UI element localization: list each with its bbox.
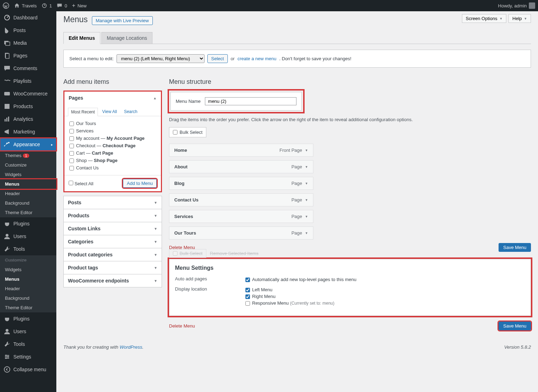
tab-edit-menus[interactable]: Edit Menus	[63, 32, 100, 44]
select-all[interactable]: Select All	[69, 181, 93, 186]
auto-add-checkbox[interactable]	[245, 278, 250, 282]
page-checkbox[interactable]	[69, 136, 74, 141]
select-all-checkbox[interactable]	[69, 181, 73, 185]
loc-left-checkbox[interactable]	[245, 288, 250, 292]
menu-item[interactable]: Contact UsPage▼	[169, 193, 313, 206]
dup-nav-tools[interactable]: Tools	[0, 338, 56, 350]
nav-products[interactable]: Products	[0, 100, 56, 113]
page-item[interactable]: Shop — Shop Page	[69, 157, 156, 164]
wordpress-link[interactable]: WordPress	[120, 344, 142, 350]
page-item[interactable]: Cart — Cart Page	[69, 149, 156, 157]
new-content[interactable]: +New	[72, 2, 87, 9]
dup-theme-editor[interactable]: Theme Editor	[0, 303, 56, 312]
save-menu-button[interactable]: Save Menu	[499, 243, 531, 252]
panel-product-tags[interactable]: Product tags▼	[64, 261, 162, 274]
howdy[interactable]: Howdy, admin	[498, 2, 535, 9]
nav-media[interactable]: Media	[0, 37, 56, 49]
nav-users[interactable]: Users	[0, 230, 56, 243]
nav-posts[interactable]: Posts	[0, 24, 56, 37]
dup-nav-users[interactable]: Users	[0, 325, 56, 338]
menu-item[interactable]: BlogPage▼	[169, 177, 313, 190]
dup-header[interactable]: Header	[0, 284, 56, 293]
dup-nav-settings[interactable]: Settings	[0, 350, 56, 363]
panel-categories[interactable]: Categories▼	[64, 235, 162, 248]
tab-search[interactable]: Search	[121, 108, 140, 116]
page-checkbox[interactable]	[69, 122, 74, 126]
create-new-menu-link[interactable]: create a new menu	[237, 56, 276, 61]
comments-count[interactable]: 0	[57, 3, 67, 8]
nav-appearance[interactable]: Appearance▸	[0, 138, 56, 151]
page-checkbox[interactable]	[69, 158, 74, 163]
dup-background[interactable]: Background	[0, 293, 56, 303]
loc-right[interactable]: Right Menu	[245, 293, 334, 300]
sub-theme-editor[interactable]: Theme Editor	[0, 208, 56, 217]
caret-down-icon: ▼	[305, 215, 308, 218]
bulk-checkbox[interactable]	[173, 130, 177, 135]
wp-logo[interactable]	[3, 2, 9, 9]
menu-select[interactable]: menu (2) (Left Menu, Right Menu)	[117, 54, 205, 63]
menu-name-input[interactable]	[205, 97, 296, 105]
sub-themes[interactable]: Themes1	[0, 151, 56, 160]
panel-product-categories[interactable]: Product categories▼	[64, 248, 162, 261]
sub-background[interactable]: Background	[0, 198, 56, 208]
panel-products[interactable]: Products▼	[64, 209, 162, 222]
dup-widgets[interactable]: Widgets	[0, 265, 56, 274]
save-menu-button-2[interactable]: Save Menu	[499, 322, 531, 330]
updates[interactable]: 1	[42, 3, 52, 8]
loc-right-checkbox[interactable]	[245, 294, 250, 299]
page-checkbox[interactable]	[69, 129, 74, 133]
auto-add-option[interactable]: Automatically add new top-level pages to…	[245, 276, 356, 283]
svg-rect-11	[8, 117, 9, 122]
select-button[interactable]: Select	[207, 54, 228, 63]
sub-customize[interactable]: Customize	[0, 160, 56, 170]
manage-live-preview-button[interactable]: Manage with Live Preview	[92, 16, 153, 25]
dup-nav-plugins[interactable]: Plugins	[0, 312, 56, 325]
menu-item[interactable]: AboutPage▼	[169, 160, 313, 173]
help-button[interactable]: Help▼	[508, 14, 531, 23]
page-checkbox[interactable]	[69, 144, 74, 148]
pages-panel-head[interactable]: Pages▲	[64, 92, 161, 104]
page-item[interactable]: Services	[69, 127, 156, 135]
page-item[interactable]: Contact Us	[69, 164, 156, 172]
page-checkbox[interactable]	[69, 166, 74, 170]
pages-list[interactable]: Our Tours Services My account — My Accou…	[64, 116, 161, 175]
page-item[interactable]: Checkout — Checkout Page	[69, 142, 156, 149]
tab-manage-locations[interactable]: Manage Locations	[101, 32, 152, 44]
add-to-menu-button[interactable]: Add to Menu	[123, 179, 157, 188]
loc-responsive[interactable]: Responsive Menu (Currently set to: menu)	[245, 300, 334, 306]
tab-view-all[interactable]: View All	[99, 108, 120, 116]
sub-header[interactable]: Header	[0, 189, 56, 198]
nav-pages[interactable]: Pages	[0, 49, 56, 62]
page-item[interactable]: Our Tours	[69, 120, 156, 127]
page-item[interactable]: My account — My Account Page	[69, 135, 156, 142]
nav-analytics[interactable]: Analytics	[0, 113, 56, 125]
panel-woo-endpoints[interactable]: WooCommerce endpoints▼	[64, 274, 162, 287]
nav-woocommerce[interactable]: WooCommerce	[0, 87, 56, 100]
nav-marketing[interactable]: Marketing	[0, 125, 56, 138]
screen-options-button[interactable]: Screen Options▼	[462, 14, 507, 23]
delete-menu-link[interactable]: Delete Menu	[169, 245, 195, 250]
delete-menu-link-2[interactable]: Delete Menu	[169, 323, 195, 329]
nav-tools[interactable]: Tools	[0, 243, 56, 255]
collapse-menu[interactable]: Collapse menu	[0, 363, 56, 376]
nav-plugins[interactable]: Plugins	[0, 217, 56, 230]
menu-item[interactable]: Our ToursPage▼	[169, 226, 313, 239]
sub-menus[interactable]: Menus	[0, 179, 56, 189]
nav-playlists[interactable]: Playlists	[0, 75, 56, 87]
site-name[interactable]: Travels	[14, 3, 37, 8]
panel-custom-links[interactable]: Custom Links▼	[64, 222, 162, 235]
dup-menus[interactable]: Menus	[0, 274, 56, 284]
nav-dashboard[interactable]: Dashboard	[0, 11, 56, 24]
loc-left[interactable]: Left Menu	[245, 286, 334, 293]
menu-item[interactable]: HomeFront Page▼	[169, 144, 313, 157]
svg-point-18	[4, 367, 10, 372]
nav-comments[interactable]: Comments	[0, 62, 56, 75]
tab-most-recent[interactable]: Most Recent	[68, 108, 98, 116]
loc-responsive-checkbox[interactable]	[245, 301, 250, 306]
menu-item[interactable]: ServicesPage▼	[169, 210, 313, 223]
dup-customize[interactable]: Customize	[0, 255, 56, 265]
panel-posts[interactable]: Posts▼	[64, 196, 162, 209]
bulk-select-button[interactable]: Bulk Select	[169, 127, 206, 137]
page-checkbox[interactable]	[69, 151, 74, 156]
sub-widgets[interactable]: Widgets	[0, 170, 56, 179]
